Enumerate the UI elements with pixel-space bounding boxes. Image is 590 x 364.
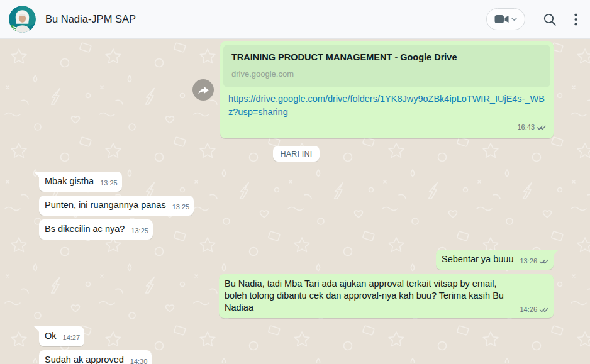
forward-arrow-icon	[197, 84, 209, 96]
contact-avatar[interactable]	[9, 6, 36, 33]
link-preview-domain: drive.google.com	[231, 68, 542, 80]
header-actions	[486, 8, 577, 30]
message-meta: 14:26	[520, 304, 549, 316]
kebab-menu-icon	[574, 13, 577, 26]
message-time: 14:30	[130, 356, 148, 364]
outgoing-link-message[interactable]: TRAINING PRODUCT MANAGEMENT - Google Dri…	[220, 41, 554, 138]
message-time: 13:26	[520, 255, 537, 267]
incoming-message-bubble[interactable]: Mbak gistha 13:25	[39, 172, 122, 192]
message-time: 13:25	[172, 201, 190, 213]
message-row: Punten, ini ruangannya panas 13:25	[39, 196, 554, 216]
chevron-down-icon	[511, 18, 517, 21]
search-icon	[543, 13, 557, 26]
incoming-message-bubble[interactable]: Punten, ini ruangannya panas 13:25	[39, 196, 194, 216]
forward-button[interactable]	[192, 79, 214, 101]
delivered-ticks-icon	[537, 124, 547, 131]
message-row: Mbak gistha 13:25	[39, 172, 554, 192]
message-time: 13:25	[100, 177, 118, 189]
message-text: Sudah ak approved	[45, 354, 124, 364]
contact-name[interactable]: Bu Nadia-JPM SAP	[45, 13, 136, 25]
chat-header: Bu Nadia-JPM SAP	[0, 0, 590, 39]
message-meta: 13:26	[520, 255, 549, 267]
search-button[interactable]	[543, 13, 557, 26]
message-row: Sebentar ya buuu 13:26	[39, 250, 554, 270]
message-time: 16:43	[517, 121, 535, 133]
message-row: Bs dikecilin ac nya? 13:25	[39, 219, 554, 240]
message-row: Bu Nadia, tadi Mba Tari ada ajukan appro…	[39, 274, 554, 318]
message-time: 13:25	[131, 225, 148, 237]
incoming-message-bubble[interactable]: Ok 14:27	[39, 326, 84, 346]
date-divider-row: HARI INI	[39, 146, 554, 162]
video-call-button[interactable]	[486, 8, 525, 30]
message-row: TRAINING PRODUCT MANAGEMENT - Google Dri…	[39, 41, 554, 138]
message-meta: 16:43	[223, 121, 550, 135]
message-text: Bu Nadia, tadi Mba Tari ada ajukan appro…	[225, 278, 513, 314]
message-row: Sudah ak approved 14:30	[39, 350, 554, 364]
delivered-ticks-icon	[539, 306, 549, 313]
video-camera-icon	[494, 14, 509, 24]
message-text: Ok	[45, 330, 57, 342]
message-time: 14:27	[63, 332, 81, 344]
outgoing-message-bubble[interactable]: Sebentar ya buuu 13:26	[436, 250, 554, 270]
date-divider: HARI INI	[273, 146, 320, 162]
message-time: 14:26	[520, 304, 537, 316]
contact-info[interactable]: Bu Nadia-JPM SAP	[9, 6, 136, 33]
message-link[interactable]: https://drive.google.com/drive/folders/1…	[223, 87, 550, 121]
message-text: Punten, ini ruangannya panas	[45, 199, 166, 211]
menu-button[interactable]	[574, 13, 577, 26]
incoming-message-bubble[interactable]: Bs dikecilin ac nya? 13:25	[39, 219, 153, 240]
link-preview-card[interactable]: TRAINING PRODUCT MANAGEMENT - Google Dri…	[223, 45, 550, 87]
conversation-panel: TRAINING PRODUCT MANAGEMENT - Google Dri…	[0, 39, 590, 363]
message-text: Sebentar ya buuu	[442, 253, 513, 265]
incoming-message-bubble[interactable]: Sudah ak approved 14:30	[39, 350, 152, 364]
message-text: Bs dikecilin ac nya?	[45, 223, 125, 235]
link-preview-title: TRAINING PRODUCT MANAGEMENT - Google Dri…	[231, 52, 542, 63]
outgoing-message-bubble[interactable]: Bu Nadia, tadi Mba Tari ada ajukan appro…	[219, 274, 554, 318]
delivered-ticks-icon	[539, 258, 549, 265]
message-row: Ok 14:27	[39, 326, 554, 346]
avatar-image	[9, 6, 36, 33]
message-text: Mbak gistha	[45, 175, 94, 187]
